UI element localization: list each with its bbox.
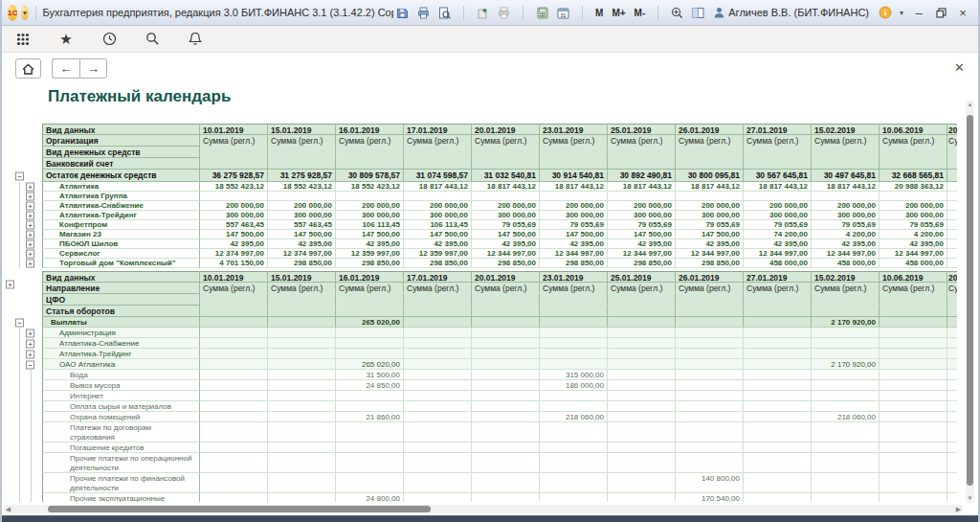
row-label[interactable]: Охрана помещений	[42, 412, 200, 422]
cell-empty[interactable]	[812, 473, 880, 493]
column-header-date[interactable]: 10.06.2019	[880, 271, 947, 283]
cell-empty[interactable]	[676, 317, 744, 328]
row-label[interactable]: Атлантика	[42, 182, 200, 192]
cell-value[interactable]: 200 000,00	[404, 201, 472, 211]
cell-value[interactable]: 170 540,00	[676, 493, 744, 502]
column-header-measure[interactable]: Сумма (регл.)	[336, 283, 404, 294]
cell-empty[interactable]	[744, 380, 812, 391]
column-header-date[interactable]: 23.01.2019	[540, 271, 608, 283]
cell-empty[interactable]	[268, 422, 336, 443]
header-cell[interactable]	[200, 294, 268, 306]
column-header-measure[interactable]: Сумма (регл.)	[744, 283, 812, 294]
column-header-partial[interactable]: Су	[947, 283, 957, 294]
send-button[interactable]	[474, 4, 492, 22]
forward-button[interactable]: →	[79, 58, 107, 79]
column-header-measure[interactable]: Сумма (регл.)	[676, 283, 744, 294]
column-header-measure[interactable]: Сумма (регл.)	[404, 283, 472, 294]
scroll-left-icon[interactable]: ◀	[4, 505, 12, 513]
cell-empty[interactable]	[880, 359, 947, 370]
cell-empty[interactable]	[336, 422, 404, 443]
cell-value[interactable]: 147 500,00	[200, 230, 268, 239]
header-cell[interactable]	[744, 306, 812, 317]
expand-toggle-icon[interactable]: +	[26, 350, 34, 358]
cell-empty[interactable]	[812, 453, 880, 473]
close-window-button[interactable]: ×	[953, 4, 972, 21]
cell-empty[interactable]	[472, 338, 540, 349]
expand-toggle-icon[interactable]: +	[26, 250, 34, 259]
column-header-date[interactable]: 17.01.2019	[404, 124, 472, 135]
cell-empty[interactable]	[268, 401, 336, 412]
scroll-right-icon[interactable]: ▶	[954, 505, 963, 513]
cell-value[interactable]: 458 000,00	[880, 259, 947, 268]
cell-empty[interactable]	[676, 349, 744, 359]
cell-empty[interactable]	[608, 412, 676, 422]
cell-empty[interactable]	[608, 380, 676, 391]
cell-empty[interactable]	[268, 317, 336, 328]
service-menu-icon[interactable]: ▾	[21, 6, 29, 20]
cell-value[interactable]: 140 800,00	[676, 473, 744, 493]
cell-value[interactable]: 218 060,00	[812, 412, 880, 422]
cell-value[interactable]: 300 000,00	[540, 211, 608, 220]
cell-empty[interactable]	[404, 493, 472, 502]
row-header-label[interactable]: ЦФО	[42, 294, 200, 306]
cell-value[interactable]	[676, 192, 744, 201]
column-header-date[interactable]: 25.01.2019	[608, 271, 676, 283]
header-cell[interactable]	[336, 306, 404, 317]
header-cell[interactable]	[880, 294, 947, 306]
cell-empty[interactable]	[676, 391, 744, 401]
row-label[interactable]: Интернет	[42, 391, 200, 401]
cell-value[interactable]	[336, 192, 404, 201]
cell-empty[interactable]	[404, 443, 472, 453]
column-header-measure[interactable]: Сумма (регл.)	[268, 283, 336, 294]
cell-value[interactable]: 200 000,00	[336, 201, 404, 211]
header-cell[interactable]	[268, 306, 336, 317]
cell-value[interactable]: 42 395,00	[540, 239, 608, 249]
header-cell[interactable]	[608, 294, 676, 306]
cell-value[interactable]: 4 200,00	[812, 230, 880, 239]
cell-value[interactable]: 30 892 490,81	[608, 170, 676, 182]
cell-value[interactable]: 12 344 997,00	[608, 249, 676, 259]
cell-empty[interactable]	[404, 317, 472, 328]
column-header-measure[interactable]: Сумма (регл.)	[676, 135, 744, 147]
cell-empty[interactable]	[744, 349, 812, 359]
cell-empty[interactable]	[744, 401, 812, 412]
header-cell[interactable]	[812, 147, 880, 158]
header-cell[interactable]	[676, 294, 744, 306]
cell-value[interactable]	[947, 230, 957, 239]
header-cell[interactable]	[472, 147, 540, 158]
cell-empty[interactable]	[947, 473, 957, 493]
cell-empty[interactable]	[540, 493, 608, 502]
header-cell[interactable]	[404, 294, 472, 306]
cell-empty[interactable]	[744, 443, 812, 453]
cell-empty[interactable]	[947, 328, 957, 338]
row-label[interactable]: Оплата сырья и материалов	[42, 401, 200, 412]
cell-empty[interactable]	[336, 401, 404, 412]
print-button[interactable]	[414, 4, 433, 22]
column-header-measure[interactable]: Сумма (регл.)	[404, 135, 472, 147]
cell-empty[interactable]	[200, 493, 268, 502]
cell-empty[interactable]	[880, 473, 947, 493]
notifications-button[interactable]	[187, 31, 204, 48]
cell-value[interactable]	[947, 249, 957, 259]
cell-value[interactable]: 300 000,00	[472, 211, 540, 220]
split-view-button[interactable]	[689, 4, 707, 22]
cell-empty[interactable]	[880, 380, 947, 391]
cell-value[interactable]: 300 000,00	[676, 211, 744, 220]
about-button[interactable]: i	[876, 4, 894, 22]
row-label[interactable]: Атлантика Группа	[42, 192, 200, 201]
header-cell[interactable]	[540, 147, 608, 158]
cell-empty[interactable]	[880, 338, 947, 349]
cell-value[interactable]	[947, 259, 957, 268]
expand-toggle-icon[interactable]: +	[26, 240, 34, 249]
cell-value[interactable]: 200 000,00	[744, 201, 812, 211]
more-menu-button[interactable]: ▾	[897, 4, 906, 22]
column-header-date[interactable]: 26.01.2019	[676, 124, 744, 135]
row-label[interactable]: Сервислог	[42, 249, 200, 259]
row-header-label[interactable]: Организация	[42, 135, 200, 147]
header-cell[interactable]	[200, 158, 268, 170]
cell-value[interactable]: 31 032 540,81	[472, 170, 540, 182]
cell-empty[interactable]	[268, 412, 336, 422]
cell-value[interactable]: 300 000,00	[404, 211, 472, 220]
cell-empty[interactable]	[880, 422, 947, 443]
cell-value[interactable]: 12 344 997,00	[540, 249, 608, 259]
